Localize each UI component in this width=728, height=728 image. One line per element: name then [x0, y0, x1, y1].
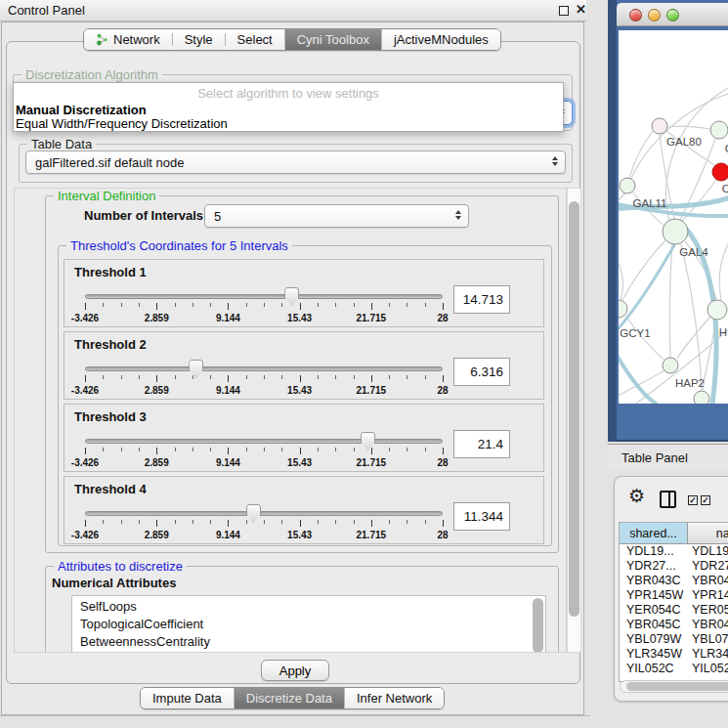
- network-node[interactable]: [694, 391, 709, 404]
- table-panel-title: Table Panel: [621, 450, 688, 465]
- network-node-label: GCY1: [620, 327, 650, 339]
- table-data-selected-value: galFiltered.sif default node: [35, 155, 184, 170]
- panel-title: Control Panel: [8, 3, 85, 18]
- network-node-label: GAL80: [666, 136, 702, 148]
- table-row[interactable]: YBR043CYBR043C: [620, 574, 728, 588]
- tab-label: Style: [185, 32, 213, 47]
- numerical-attributes-label: Numerical Attributes: [52, 576, 176, 590]
- group-title: Threshold's Coordinates for 5 Intervals: [66, 238, 292, 253]
- network-node-label: H: [719, 326, 727, 338]
- dropdown-option-equal-width[interactable]: Equal Width/Frequency Discretization: [16, 116, 228, 131]
- slider-ticks: -3.4262.8599.14415.4321.71528: [85, 432, 443, 471]
- list-item[interactable]: SelfLoops: [72, 596, 545, 616]
- threshold-4-panel: Threshold 4 -3.4262.8599.14415.4321.7152…: [64, 476, 544, 544]
- tab-jactivemnodules[interactable]: jActiveMNodules: [381, 29, 500, 50]
- network-node[interactable]: [652, 118, 667, 134]
- table-row[interactable]: YDR27...YDR27...: [620, 559, 728, 574]
- float-icon[interactable]: [559, 6, 569, 16]
- apply-button[interactable]: Apply: [261, 660, 329, 681]
- tab-impute-data[interactable]: Impute Data: [141, 688, 234, 708]
- scrollbar-thumb[interactable]: [626, 682, 728, 691]
- threshold-4-slider[interactable]: -3.4262.8599.14415.4321.71528: [85, 504, 443, 543]
- tab-network[interactable]: Network: [84, 29, 172, 50]
- number-of-intervals-combobox[interactable]: 5: [204, 204, 469, 228]
- tab-label: Network: [113, 32, 160, 47]
- number-of-intervals-label: Number of Intervals: [84, 208, 203, 223]
- threshold-label: Threshold 3: [74, 409, 147, 424]
- table-data-combobox[interactable]: galFiltered.sif default node: [25, 150, 566, 174]
- bottom-tab-bar: Impute Data Discretize Data Infer Networ…: [140, 687, 445, 709]
- threshold-value-input[interactable]: [453, 502, 510, 531]
- tab-cyni-toolbox[interactable]: Cyni Toolbox: [284, 29, 381, 50]
- checkbox-icon[interactable]: ✓: [701, 495, 710, 505]
- column-header-shared-name[interactable]: shared...: [620, 523, 688, 544]
- table-row[interactable]: YBL079WYBL079W: [620, 632, 728, 647]
- table-row[interactable]: YBR045CYBR045C: [620, 618, 728, 632]
- algorithm-dropdown-popup: Select algorithm to view settings Manual…: [13, 82, 564, 132]
- network-node-label: GAL4: [679, 246, 708, 258]
- group-title: Discretization Algorithm: [21, 67, 162, 82]
- network-node[interactable]: [619, 300, 627, 318]
- tab-discretize-data[interactable]: Discretize Data: [234, 688, 344, 708]
- network-node[interactable]: [663, 358, 678, 373]
- tab-label: Cyni Toolbox: [297, 32, 369, 47]
- panel-bottom-divider: [0, 715, 590, 716]
- threshold-2-slider[interactable]: -3.4262.8599.14415.4321.71528: [85, 360, 443, 399]
- scrollbar-thumb[interactable]: [569, 201, 579, 617]
- threshold-label: Threshold 4: [74, 482, 147, 496]
- minimize-traffic-light[interactable]: [648, 9, 661, 21]
- zoom-traffic-light[interactable]: [666, 9, 679, 21]
- table-row[interactable]: YPR145WYPR145W: [620, 588, 728, 603]
- network-window: GAL80GACGAL11GAL4GCY1HHAP2: [608, 0, 728, 442]
- combo-spinner-icon: [455, 210, 461, 220]
- network-window-titlebar[interactable]: [617, 3, 728, 26]
- tab-label: Infer Network: [357, 691, 432, 706]
- slider-ticks: -3.4262.8599.14415.4321.71528: [85, 504, 443, 543]
- top-tab-bar: Network Style Select Cyni Toolbox jActiv…: [83, 28, 501, 51]
- network-node[interactable]: [663, 219, 688, 244]
- group-title: Attributes to discretize: [54, 559, 187, 574]
- close-traffic-light[interactable]: [629, 9, 642, 21]
- threshold-1-panel: Threshold 1 -3.4262.8599.14415.4321.7152…: [64, 259, 544, 327]
- tab-label: Discretize Data: [246, 691, 332, 706]
- table-horizontal-scrollbar[interactable]: [620, 680, 728, 693]
- column-header-name[interactable]: name: [688, 523, 728, 544]
- network-icon: [96, 33, 108, 46]
- tab-style[interactable]: Style: [173, 29, 225, 50]
- table-row[interactable]: YLR345WYLR345W: [620, 647, 728, 662]
- threshold-3-slider[interactable]: -3.4262.8599.14415.4321.71528: [85, 432, 443, 471]
- gear-icon[interactable]: ⚙: [628, 485, 645, 507]
- network-node[interactable]: [707, 300, 727, 320]
- network-node[interactable]: [620, 178, 635, 193]
- close-icon[interactable]: ✕: [576, 2, 586, 17]
- group-title: Interval Definition: [54, 189, 159, 203]
- threshold-value-input[interactable]: [453, 430, 510, 458]
- column-view-icon[interactable]: [660, 491, 676, 508]
- threshold-1-slider[interactable]: -3.4262.8599.14415.4321.71528: [85, 287, 443, 326]
- settings-scrollbar[interactable]: [567, 188, 581, 653]
- table-row[interactable]: YER054CYER054C: [620, 603, 728, 618]
- list-item[interactable]: TopologicalCoefficient: [72, 616, 545, 633]
- threshold-label: Threshold 1: [74, 265, 147, 279]
- table-header: shared... name: [620, 523, 728, 544]
- dropdown-option-manual[interactable]: Manual Discretization: [16, 103, 147, 117]
- control-panel-titlebar: Control Panel ✕: [0, 0, 586, 21]
- threshold-value-input[interactable]: [453, 358, 510, 386]
- checkbox-icon[interactable]: ✓: [688, 495, 698, 505]
- tab-infer-network[interactable]: Infer Network: [344, 688, 444, 708]
- network-node[interactable]: [710, 121, 728, 139]
- tab-label: jActiveMNodules: [394, 32, 489, 47]
- table-row[interactable]: YIL052CYIL052C: [620, 662, 728, 676]
- numerical-attributes-list[interactable]: SelfLoops TopologicalCoefficient Between…: [71, 595, 546, 653]
- network-canvas[interactable]: GAL80GACGAL11GAL4GCY1HHAP2: [619, 30, 728, 404]
- slider-ticks: -3.4262.8599.14415.4321.71528: [85, 360, 443, 399]
- slider-ticks: -3.4262.8599.14415.4321.71528: [85, 287, 443, 326]
- tab-select[interactable]: Select: [226, 29, 284, 50]
- dropdown-prompt: Select algorithm to view settings: [14, 86, 563, 101]
- network-node[interactable]: [712, 163, 728, 181]
- list-scrollbar[interactable]: [533, 598, 543, 653]
- tab-label: Select: [237, 32, 273, 47]
- table-row[interactable]: YDL19...YDL19...: [620, 544, 728, 559]
- list-item[interactable]: BetweennessCentrality: [72, 633, 545, 651]
- threshold-value-input[interactable]: [453, 285, 510, 314]
